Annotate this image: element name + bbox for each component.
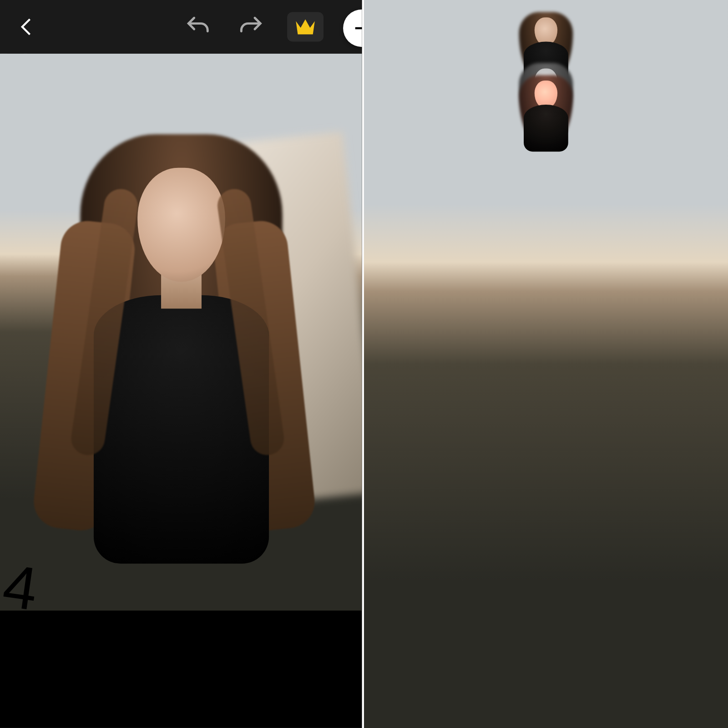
canvas-photo[interactable] <box>0 54 362 611</box>
redo-icon[interactable] <box>224 0 278 54</box>
undo-icon[interactable] <box>171 0 225 54</box>
filter-zoom-fokal[interactable]: Zoom Fokal <box>364 12 728 51</box>
crown-premium-icon[interactable] <box>278 0 333 54</box>
back-icon[interactable] <box>0 0 54 54</box>
left-topbar <box>0 0 362 54</box>
next-fab-icon[interactable] <box>343 10 362 47</box>
filter-thumbnails: Tidak ada Zoom Fokal B&WLowCon Hijau Lau… <box>364 0 728 75</box>
